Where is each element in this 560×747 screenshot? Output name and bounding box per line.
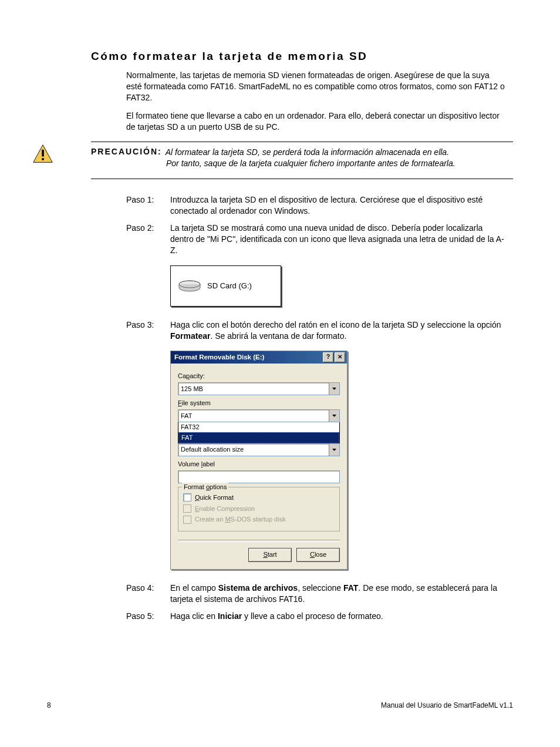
step-3-label: Paso 3: (126, 319, 170, 342)
close-button[interactable]: Close (296, 548, 340, 562)
step-2-label: Paso 2: (126, 223, 170, 256)
step-1-label: Paso 1: (126, 194, 170, 217)
page-number: 8 (47, 701, 51, 709)
footer-doc-title: Manual del Usuario de SmartFadeML v1.1 (381, 701, 513, 709)
dropdown-arrow-icon[interactable] (329, 383, 339, 395)
capacity-label: Capacity: (178, 372, 340, 381)
filesystem-label: File system (178, 399, 340, 408)
help-button[interactable]: ? (323, 352, 333, 362)
allocation-value: Default allocation size (181, 445, 244, 454)
intro-paragraph-2: El formateo tiene que llevarse a cabo en… (126, 110, 507, 133)
dropdown-arrow-icon[interactable] (329, 410, 339, 422)
quick-format-checkbox[interactable]: Quick Format (183, 493, 335, 502)
step-2-text: La tarjeta SD se mostrará como una nueva… (170, 223, 507, 256)
step-5-label: Paso 5: (126, 611, 170, 622)
svg-marker-5 (332, 388, 336, 390)
start-button[interactable]: Start (248, 548, 292, 562)
svg-point-2 (42, 158, 44, 160)
filesystem-value: FAT (181, 412, 192, 420)
volume-label-label: Volume label (178, 460, 340, 469)
enable-compression-checkbox: Enable Compression (183, 504, 335, 513)
fs-option-fat32[interactable]: FAT32 (178, 422, 339, 432)
volume-label-input[interactable] (178, 470, 340, 483)
filesystem-dropdown-list[interactable]: FAT32 FAT (178, 422, 340, 444)
warning-icon (32, 143, 53, 164)
msdos-startup-checkbox: Create an MS-DOS startup disk (183, 515, 335, 524)
fs-option-fat[interactable]: FAT (178, 432, 339, 443)
caution-rule-top (91, 142, 513, 142)
capacity-combo[interactable]: 125 MB (178, 382, 340, 395)
filesystem-combo[interactable]: FAT (178, 409, 340, 422)
sd-card-figure: SD Card (G:) (170, 265, 281, 307)
step-3-text: Haga clic con el botón derecho del ratón… (170, 319, 507, 342)
step-4-text: En el campo Sistema de archivos, selecci… (170, 583, 507, 605)
svg-marker-7 (332, 449, 336, 451)
dropdown-arrow-icon[interactable] (329, 444, 339, 456)
step-1-text: Introduzca la tarjeta SD en el dispositi… (170, 194, 507, 217)
section-heading: Cómo formatear la tarjeta de memoria SD (91, 50, 513, 63)
svg-marker-6 (332, 415, 336, 417)
svg-rect-1 (42, 150, 44, 157)
caution-label: PRECAUCIÓN: (91, 147, 162, 158)
caution-text-1: Al formatear la tarjeta SD, se perderá t… (166, 147, 449, 158)
dialog-separator (178, 540, 340, 542)
format-dialog: Format Removable Disk (E:) ? ✕ Capacity:… (170, 351, 348, 570)
intro-paragraph-1: Normalmente, las tarjetas de memoria SD … (126, 70, 507, 103)
dialog-title: Format Removable Disk (E:) (174, 353, 264, 362)
step-4-label: Paso 4: (126, 583, 170, 605)
format-options-group: Format options Quick Format Enable Compr… (178, 487, 340, 532)
close-x-button[interactable]: ✕ (335, 352, 345, 362)
caution-text-2: Por tanto, saque de la tarjeta cualquier… (166, 158, 507, 169)
sd-card-label: SD Card (G:) (207, 281, 252, 291)
capacity-value: 125 MB (181, 385, 203, 393)
caution-rule-bottom (91, 179, 513, 179)
drive-icon (178, 280, 201, 292)
allocation-combo[interactable]: Default allocation size (178, 443, 340, 456)
step-5-text: Haga clic en Iniciar y lleve a cabo el p… (170, 611, 507, 622)
